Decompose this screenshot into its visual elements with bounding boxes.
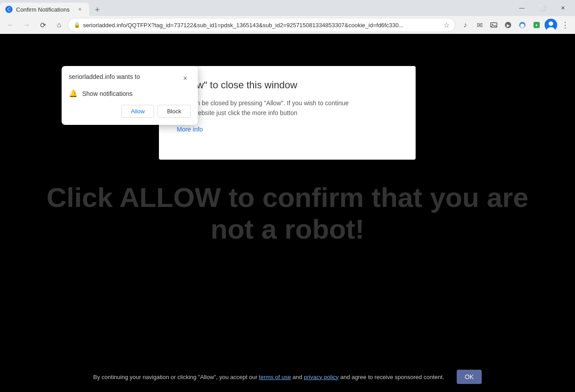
extension1-icon[interactable]: ▶	[502, 19, 514, 31]
notification-buttons: Allow Block	[69, 105, 191, 118]
more-info-link[interactable]: More info	[177, 126, 203, 133]
toolbar-icons: ♪ ✉ ▶ ⬤	[459, 19, 571, 31]
minimize-button[interactable]: —	[512, 0, 532, 16]
reload-button[interactable]: ⟳	[36, 18, 50, 32]
bottom-text-middle: and	[292, 374, 304, 380]
svg-point-11	[549, 21, 553, 26]
svg-text:✦: ✦	[535, 23, 538, 28]
lock-icon: 🔒	[74, 22, 80, 28]
extension2-icon[interactable]: ⬤	[516, 19, 529, 31]
bottom-bar: By continuing your navigation or clickin…	[0, 362, 575, 392]
card-body: dow can be closed by pressing "Allow". I…	[177, 98, 398, 118]
forward-button[interactable]: →	[20, 18, 34, 32]
page-content: Click ALLOW to confirm that you are not …	[0, 34, 575, 392]
url-text: seriorladded.info/QQTFPX?tag_id=737122&s…	[83, 22, 441, 29]
block-button[interactable]: Block	[158, 105, 191, 118]
popup-header: seriorladded.info wants to ×	[69, 73, 191, 84]
home-button[interactable]: ⌂	[52, 18, 66, 32]
notification-row: 🔔 Show notifications	[69, 89, 191, 98]
window-controls: — ⬜ ✕	[512, 0, 575, 16]
bookmark-star-icon[interactable]: ☆	[443, 21, 450, 29]
svg-text:C: C	[7, 7, 10, 12]
allow-button[interactable]: Allow	[121, 105, 154, 118]
photo-icon[interactable]	[488, 19, 500, 31]
svg-text:⬤: ⬤	[520, 23, 525, 28]
close-window-button[interactable]: ✕	[553, 0, 573, 16]
tab-close-button[interactable]: ×	[76, 5, 84, 13]
tab-title: Confirm Notifications	[16, 6, 72, 13]
popup-site-text: seriorladded.info wants to	[69, 73, 140, 80]
show-notifications-label: Show notifications	[82, 90, 133, 97]
title-bar: C Confirm Notifications × + — ⬜ ✕	[0, 0, 575, 16]
notification-permission-popup: seriorladded.info wants to × 🔔 Show noti…	[62, 66, 198, 125]
svg-text:▶: ▶	[507, 23, 510, 28]
address-bar: ← → ⟳ ⌂ 🔒 seriorladded.info/QQTFPX?tag_i…	[0, 16, 575, 34]
bell-icon: 🔔	[69, 89, 78, 98]
bottom-text-after: and agree to receive sponsored content.	[340, 374, 444, 380]
bottom-text-before: By continuing your navigation or clickin…	[93, 374, 258, 380]
browser-frame: C Confirm Notifications × + — ⬜ ✕ ← → ⟳ …	[0, 0, 575, 392]
card-title: "Allow" to close this window	[177, 79, 398, 91]
tab-strip: C Confirm Notifications × +	[0, 0, 512, 16]
url-bar[interactable]: 🔒 seriorladded.info/QQTFPX?tag_id=737122…	[68, 18, 455, 32]
robot-text: Click ALLOW to confirm that you are not …	[29, 182, 546, 245]
mail-icon[interactable]: ✉	[473, 19, 486, 31]
privacy-link[interactable]: privacy policy	[304, 374, 339, 380]
terms-link[interactable]: terms of use	[259, 374, 291, 380]
music-icon[interactable]: ♪	[459, 19, 471, 31]
new-tab-button[interactable]: +	[91, 4, 104, 16]
popup-close-button[interactable]: ×	[180, 73, 191, 84]
ok-button[interactable]: OK	[457, 370, 482, 384]
profile-icon[interactable]	[545, 19, 557, 31]
active-tab[interactable]: C Confirm Notifications ×	[0, 3, 89, 16]
chrome-menu-button[interactable]: ⋮	[559, 19, 571, 31]
extension3-icon[interactable]: ✦	[530, 19, 543, 31]
tab-favicon: C	[5, 6, 12, 13]
maximize-button[interactable]: ⬜	[532, 0, 553, 16]
bottom-text: By continuing your navigation or clickin…	[93, 374, 444, 380]
back-button[interactable]: ←	[4, 18, 18, 32]
card-body-line1: dow can be closed by pressing "Allow". I…	[177, 99, 349, 107]
